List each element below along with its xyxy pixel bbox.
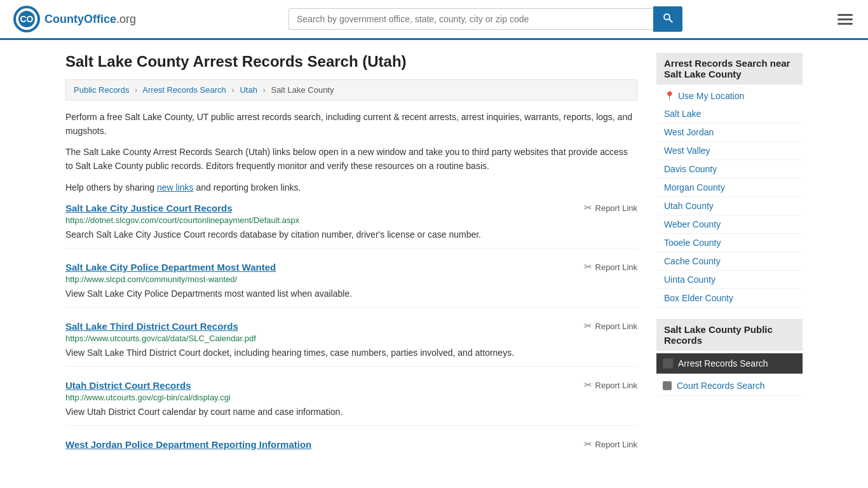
- record-desc: Search Salt Lake City Justice Court reco…: [65, 228, 637, 241]
- menu-line: [837, 23, 853, 25]
- report-link[interactable]: ✂ Report Link: [584, 379, 637, 391]
- report-link[interactable]: ✂ Report Link: [584, 202, 637, 214]
- sidebar-nearby-header: Arrest Records Search near Salt Lake Cou…: [656, 53, 803, 85]
- record-item: Salt Lake City Police Department Most Wa…: [65, 261, 637, 308]
- record-title[interactable]: Salt Lake City Police Department Most Wa…: [65, 262, 276, 273]
- use-my-location-row: 📍 Use My Location: [656, 87, 803, 105]
- logo-icon: CO: [13, 5, 41, 33]
- sidebar-public-records-section: Salt Lake County Public Records Arrest R…: [656, 319, 803, 396]
- svg-line-5: [669, 19, 672, 22]
- record-url[interactable]: https://dotnet.slcgov.com/court/courtonl…: [65, 215, 637, 225]
- record-title-row: Utah District Court Records ✂ Report Lin…: [65, 379, 637, 391]
- record-title[interactable]: Salt Lake City Justice Court Records: [65, 203, 233, 214]
- breadcrumb-sep: ›: [263, 85, 266, 95]
- sidebar-item-salt-lake[interactable]: Salt Lake: [656, 105, 803, 123]
- sidebar-item-west-valley[interactable]: West Valley: [656, 142, 803, 160]
- report-link[interactable]: ✂ Report Link: [584, 261, 637, 273]
- sidebar-nearby-section: Arrest Records Search near Salt Lake Cou…: [656, 53, 803, 308]
- record-title-row: Salt Lake City Justice Court Records ✂ R…: [65, 202, 637, 214]
- breadcrumb-utah[interactable]: Utah: [240, 85, 257, 95]
- report-icon: ✂: [584, 202, 592, 214]
- description-para3: Help others by sharing new links and rep…: [65, 181, 637, 195]
- court-records-icon: [663, 381, 672, 390]
- record-url[interactable]: https://www.utcourts.gov/cal/data/SLC_Ca…: [65, 334, 637, 343]
- record-item: Salt Lake City Justice Court Records ✂ R…: [65, 202, 637, 248]
- court-records-label: Court Records Search: [677, 381, 765, 391]
- sidebar-item-uinta-county[interactable]: Uinta County: [656, 271, 803, 289]
- sidebar-item-weber-county[interactable]: Weber County: [656, 215, 803, 234]
- search-area: [288, 6, 682, 32]
- sidebar-public-records-header: Salt Lake County Public Records: [656, 319, 803, 351]
- sidebar-item-morgan-county[interactable]: Morgan County: [656, 179, 803, 197]
- breadcrumb-sep: ›: [135, 85, 137, 95]
- menu-line: [837, 14, 853, 16]
- description-para1: Perform a free Salt Lake County, UT publ…: [65, 111, 637, 138]
- record-title[interactable]: Salt Lake Third District Court Records: [65, 321, 238, 332]
- sidebar: Arrest Records Search near Salt Lake Cou…: [656, 53, 803, 471]
- record-title[interactable]: West Jordan Police Department Reporting …: [65, 439, 311, 450]
- record-item: Salt Lake Third District Court Records ✂…: [65, 320, 637, 367]
- sidebar-item-cache-county[interactable]: Cache County: [656, 252, 803, 271]
- record-title[interactable]: Utah District Court Records: [65, 380, 191, 391]
- record-desc: View Salt Lake Third District Court dock…: [65, 346, 637, 360]
- description-para2: The Salt Lake County Arrest Records Sear…: [65, 146, 637, 173]
- report-icon: ✂: [584, 379, 592, 391]
- menu-button[interactable]: [835, 11, 855, 27]
- record-url[interactable]: http://www.slcpd.com/community/most-want…: [65, 274, 637, 284]
- record-desc: View Salt Lake City Police Departments m…: [65, 287, 637, 301]
- report-icon: ✂: [584, 320, 592, 332]
- sidebar-item-davis-county[interactable]: Davis County: [656, 160, 803, 179]
- sidebar-item-box-elder-county[interactable]: Box Elder County: [656, 289, 803, 308]
- sidebar-item-west-jordan[interactable]: West Jordan: [656, 123, 803, 142]
- search-button[interactable]: [653, 6, 682, 32]
- record-item: Utah District Court Records ✂ Report Lin…: [65, 379, 637, 426]
- record-desc: View Utah District Court calendar by cou…: [65, 405, 637, 419]
- new-links[interactable]: new links: [157, 182, 194, 193]
- record-item: West Jordan Police Department Reporting …: [65, 438, 637, 458]
- arrest-records-icon: [663, 358, 673, 369]
- report-icon: ✂: [584, 261, 592, 273]
- record-title-row: West Jordan Police Department Reporting …: [65, 438, 637, 450]
- content: Salt Lake County Arrest Records Search (…: [65, 53, 637, 471]
- record-title-row: Salt Lake Third District Court Records ✂…: [65, 320, 637, 332]
- breadcrumb-arrest-records[interactable]: Arrest Records Search: [142, 85, 226, 95]
- pin-icon: 📍: [664, 91, 675, 101]
- records-list: Salt Lake City Justice Court Records ✂ R…: [65, 202, 637, 458]
- page-title: Salt Lake County Arrest Records Search (…: [65, 53, 637, 71]
- use-my-location-link[interactable]: Use My Location: [678, 91, 744, 101]
- sidebar-court-records[interactable]: Court Records Search: [656, 376, 803, 396]
- report-icon: ✂: [584, 438, 592, 450]
- header: CO CountyOffice.org: [0, 0, 868, 40]
- record-title-row: Salt Lake City Police Department Most Wa…: [65, 261, 637, 273]
- sidebar-item-tooele-county[interactable]: Tooele County: [656, 234, 803, 252]
- main-wrapper: Salt Lake County Arrest Records Search (…: [53, 40, 815, 484]
- logo-area: CO CountyOffice.org: [13, 5, 136, 33]
- arrest-records-label: Arrest Records Search: [678, 358, 768, 369]
- breadcrumb-public-records[interactable]: Public Records: [74, 85, 129, 95]
- breadcrumb-current: Salt Lake County: [271, 85, 334, 95]
- svg-text:CO: CO: [20, 14, 34, 24]
- report-link[interactable]: ✂ Report Link: [584, 438, 637, 450]
- logo-text: CountyOffice.org: [44, 13, 136, 26]
- sidebar-item-utah-county[interactable]: Utah County: [656, 197, 803, 215]
- breadcrumb-sep: ›: [231, 85, 234, 95]
- record-url[interactable]: http://www.utcourts.gov/cgi-bin/cal/disp…: [65, 393, 637, 402]
- menu-line: [837, 18, 853, 20]
- search-input[interactable]: [288, 8, 653, 30]
- breadcrumb: Public Records › Arrest Records Search ›…: [65, 79, 637, 100]
- sidebar-active-arrest-records[interactable]: Arrest Records Search: [656, 353, 803, 374]
- report-link[interactable]: ✂ Report Link: [584, 320, 637, 332]
